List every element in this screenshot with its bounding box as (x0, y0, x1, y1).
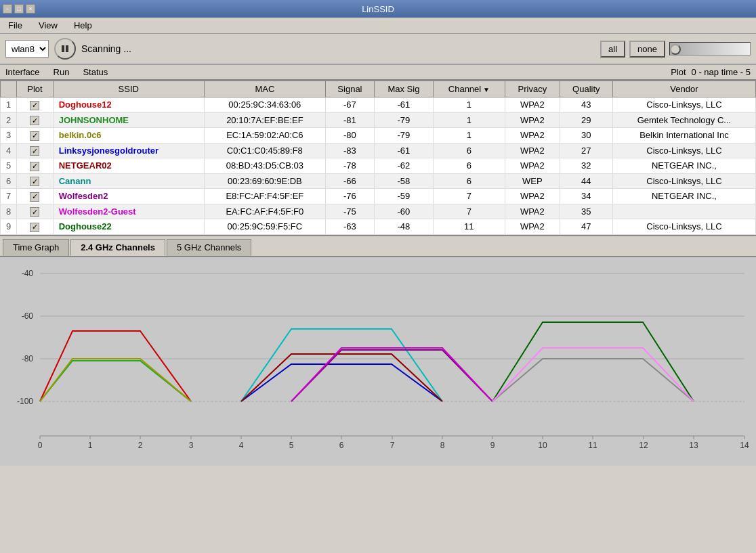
row-number: 2 (1, 112, 17, 128)
table-row[interactable]: 4 ✓ Linksysjonesgoldrouter C0:C1:C0:45:8… (1, 143, 756, 158)
window-controls[interactable]: - □ × (3, 4, 35, 14)
checkbox[interactable]: ✓ (30, 116, 39, 125)
svg-rect-0 (62, 45, 64, 52)
row-plot-check[interactable]: ✓ (17, 173, 53, 189)
row-quality: 32 (560, 158, 612, 174)
tabs: Time Graph 2.4 GHz Channels 5 GHz Channe… (0, 236, 756, 257)
row-channel: 11 (433, 219, 505, 235)
row-privacy: WPA2 (505, 112, 560, 128)
checkbox[interactable]: ✓ (30, 177, 39, 186)
tab-24ghz[interactable]: 2.4 GHz Channels (70, 239, 165, 256)
checkbox[interactable]: ✓ (30, 223, 39, 232)
none-button[interactable]: none (629, 41, 665, 58)
checkbox[interactable]: ✓ (30, 207, 39, 217)
row-mac: 08:BD:43:D5:CB:03 (204, 158, 325, 174)
table-row[interactable]: 2 ✓ JOHNSONHOME 20:10:7A:EF:BE:EF -81 -7… (1, 112, 756, 128)
scanning-label: Scanning ... (81, 43, 131, 54)
row-privacy: WPA2 (505, 143, 560, 158)
col-privacy[interactable]: Privacy (505, 81, 560, 97)
row-plot-check[interactable]: ✓ (17, 143, 53, 158)
pause-button[interactable] (54, 38, 76, 60)
col-ssid[interactable]: SSID (53, 81, 204, 97)
col-plot[interactable]: Plot (17, 81, 53, 97)
network-table-container: Plot SSID MAC Signal Max Sig Channel Pri… (0, 81, 756, 236)
row-vendor: Cisco-Linksys, LLC (612, 219, 755, 235)
row-plot-check[interactable]: ✓ (17, 112, 53, 128)
menu-help[interactable]: Help (68, 19, 98, 32)
checkbox[interactable]: ✓ (30, 146, 39, 156)
menu-file[interactable]: File (3, 19, 28, 32)
table-row[interactable]: 9 ✓ Doghouse22 00:25:9C:59:F5:FC -63 -48… (1, 219, 756, 235)
row-quality: 30 (560, 128, 612, 143)
table-row[interactable]: 7 ✓ Wolfesden2 E8:FC:AF:F4:5F:EF -76 -59… (1, 189, 756, 204)
interface-label[interactable]: Interface (5, 67, 40, 77)
table-row[interactable]: 5 ✓ NETGEAR02 08:BD:43:D5:CB:03 -78 -62 … (1, 158, 756, 174)
svg-text:8: 8 (440, 441, 445, 450)
status-label[interactable]: Status (83, 67, 108, 77)
subtoolbar: Interface Run Status Plot 0 - nap time -… (0, 65, 756, 81)
svg-text:0: 0 (38, 441, 43, 450)
row-privacy: WPA2 (505, 158, 560, 174)
row-privacy: WPA2 (505, 204, 560, 219)
row-quality: 34 (560, 189, 612, 204)
row-plot-check[interactable]: ✓ (17, 204, 53, 219)
table-row[interactable]: 3 ✓ belkin.0c6 EC:1A:59:02:A0:C6 -80 -79… (1, 128, 756, 143)
row-channel: 6 (433, 143, 505, 158)
row-plot-check[interactable]: ✓ (17, 189, 53, 204)
col-quality[interactable]: Quality (560, 81, 612, 97)
row-maxsig: -79 (375, 112, 434, 128)
col-maxsig[interactable]: Max Sig (375, 81, 434, 97)
row-ssid: NETGEAR02 (53, 158, 204, 174)
interface-select[interactable]: wlan8 (5, 40, 49, 58)
row-plot-check[interactable]: ✓ (17, 128, 53, 143)
tab-5ghz[interactable]: 5 GHz Channels (167, 239, 251, 256)
svg-text:-40: -40 (22, 269, 34, 278)
all-button[interactable]: all (600, 41, 625, 58)
row-mac: C0:C1:C0:45:89:F8 (204, 143, 325, 158)
svg-text:7: 7 (390, 441, 395, 450)
row-channel: 1 (433, 112, 505, 128)
row-number: 5 (1, 158, 17, 174)
table-row[interactable]: 6 ✓ Canann 00:23:69:60:9E:DB -66 -58 6 W… (1, 173, 756, 189)
row-number: 6 (1, 173, 17, 189)
toolbar-right: all none (600, 41, 751, 58)
col-vendor[interactable]: Vendor (612, 81, 755, 97)
row-maxsig: -61 (375, 97, 434, 113)
table-header-row: Plot SSID MAC Signal Max Sig Channel Pri… (1, 81, 756, 97)
tab-time-graph[interactable]: Time Graph (3, 239, 69, 256)
row-plot-check[interactable]: ✓ (17, 97, 53, 113)
checkbox[interactable]: ✓ (30, 101, 39, 110)
row-mac: 00:23:69:60:9E:DB (204, 173, 325, 189)
row-quality: 35 (560, 204, 612, 219)
col-mac[interactable]: MAC (204, 81, 325, 97)
row-signal: -63 (325, 219, 374, 235)
row-vendor (612, 204, 755, 219)
row-vendor: NETGEAR INC., (612, 189, 755, 204)
checkbox[interactable]: ✓ (30, 131, 39, 141)
close-button[interactable]: × (26, 4, 35, 14)
checkbox[interactable]: ✓ (30, 192, 39, 202)
table-row[interactable]: 8 ✓ Wolfesden2-Guest EA:FC:AF:F4:5F:F0 -… (1, 204, 756, 219)
row-quality: 27 (560, 143, 612, 158)
row-plot-check[interactable]: ✓ (17, 158, 53, 174)
col-channel[interactable]: Channel (433, 81, 505, 97)
checkbox[interactable]: ✓ (30, 162, 39, 171)
maximize-button[interactable]: □ (14, 4, 24, 14)
row-mac: EC:1A:59:02:A0:C6 (204, 128, 325, 143)
col-signal[interactable]: Signal (325, 81, 374, 97)
table-row[interactable]: 1 ✓ Doghouse12 00:25:9C:34:63:06 -67 -61… (1, 97, 756, 113)
row-quality: 44 (560, 173, 612, 189)
row-number: 1 (1, 97, 17, 113)
minimize-button[interactable]: - (3, 4, 12, 14)
row-ssid: belkin.0c6 (53, 128, 204, 143)
menubar: File View Help (0, 18, 756, 34)
run-label[interactable]: Run (54, 67, 70, 77)
row-vendor: NETGEAR INC., (612, 158, 755, 174)
filter-slider[interactable] (669, 42, 751, 56)
row-maxsig: -48 (375, 219, 434, 235)
row-ssid: Linksysjonesgoldrouter (53, 143, 204, 158)
svg-text:4: 4 (239, 441, 244, 450)
row-plot-check[interactable]: ✓ (17, 219, 53, 235)
row-quality: 43 (560, 97, 612, 113)
menu-view[interactable]: View (33, 19, 63, 32)
